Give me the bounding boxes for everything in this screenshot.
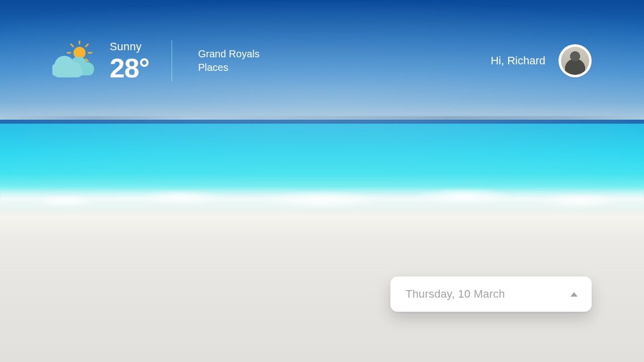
weather-block: Sunny 28° [52,40,149,81]
svg-line-7 [86,59,88,61]
top-bar: Sunny 28° Grand Royals Places Hi, Richar… [52,40,592,81]
date-picker-value: Thursday, 10 March [406,288,505,301]
user-block[interactable]: Hi, Richard [491,44,592,77]
svg-line-5 [86,44,88,46]
weather-temperature: 28° [110,54,149,81]
weather-icon [52,41,98,81]
location-name: Grand Royals [198,48,260,60]
divider [172,40,172,81]
svg-rect-14 [53,67,83,77]
avatar[interactable] [558,44,592,77]
user-greeting: Hi, Richard [491,54,545,67]
avatar-image [561,47,589,75]
svg-line-6 [71,44,73,46]
location-block: Grand Royals Places [198,48,260,73]
location-subtitle: Places [198,62,260,73]
background-detail [0,186,644,211]
background-detail [0,116,644,120]
weather-condition: Sunny [110,40,149,53]
chevron-up-icon [571,292,578,297]
date-picker[interactable]: Thursday, 10 March [390,277,592,312]
weather-text: Sunny 28° [110,40,149,81]
